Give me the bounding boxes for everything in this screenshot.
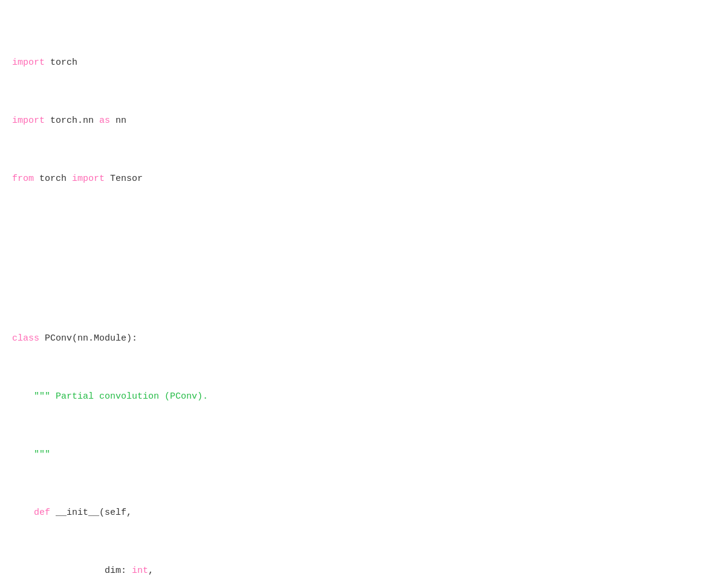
code-line-6: class PConv(nn.Module): bbox=[12, 332, 692, 346]
code-block: import torch import torch.nn as nn from … bbox=[12, 12, 692, 588]
code-line-10: dim: int, bbox=[12, 564, 692, 578]
code-line-4 bbox=[12, 230, 692, 244]
keyword-import: import bbox=[12, 57, 45, 68]
code-line-8: """ bbox=[12, 448, 692, 462]
keyword-def: def bbox=[34, 508, 50, 518]
keyword-import3: import bbox=[72, 174, 105, 184]
docstring-open: """ Partial convolution (PConv). bbox=[34, 391, 208, 402]
code-line-9: def __init__(self, bbox=[12, 506, 692, 520]
keyword-class: class bbox=[12, 333, 39, 344]
code-line-3: from torch import Tensor bbox=[12, 172, 692, 186]
keyword-from: from bbox=[12, 174, 34, 184]
docstring-close: """ bbox=[34, 449, 50, 460]
code-line-2: import torch.nn as nn bbox=[12, 114, 692, 128]
keyword-import2: import bbox=[12, 116, 45, 126]
keyword-as: as bbox=[99, 116, 110, 126]
code-line-1: import torch bbox=[12, 56, 692, 70]
type-int-1: int bbox=[132, 566, 148, 576]
code-line-5 bbox=[12, 273, 692, 288]
code-line-7: """ Partial convolution (PConv). bbox=[12, 390, 692, 404]
